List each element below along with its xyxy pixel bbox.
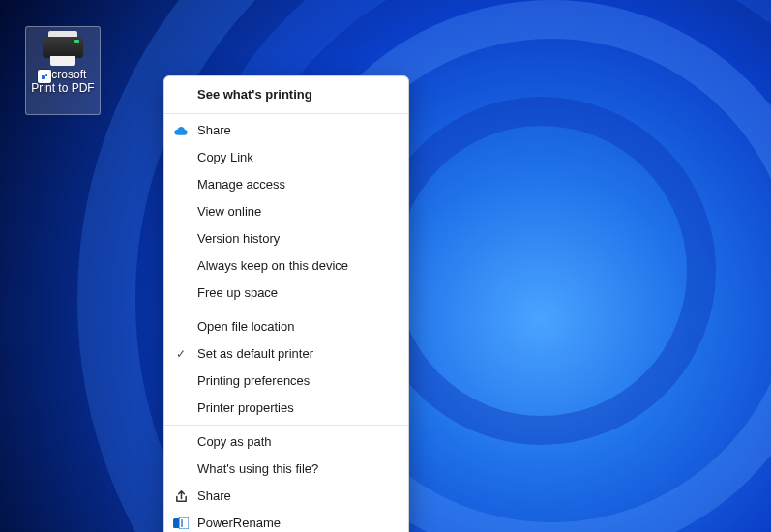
menu-item-set-as-default-printer[interactable]: ✓ Set as default printer [164, 340, 408, 368]
desktop-wallpaper[interactable]: Microsoft Print to PDF See what's printi… [0, 0, 771, 532]
menu-item-label: Set as default printer [197, 346, 313, 362]
menu-item-copy-as-path[interactable]: Copy as path [164, 429, 408, 456]
menu-item-manage-access[interactable]: Manage access [164, 171, 408, 198]
menu-item-version-history[interactable]: Version history [164, 225, 408, 252]
menu-item-label: Share [197, 488, 231, 504]
menu-item-label: Printing preferences [197, 373, 310, 389]
context-menu-title[interactable]: See what's printing [164, 80, 408, 110]
menu-item-label: Open file location [197, 319, 294, 335]
menu-separator [164, 425, 408, 426]
menu-item-share-onedrive[interactable]: Share [164, 117, 408, 144]
printer-icon [43, 31, 83, 66]
menu-item-label: What's using this file? [197, 461, 318, 477]
menu-separator [164, 310, 408, 310]
menu-item-open-file-location[interactable]: Open file location [164, 313, 408, 340]
menu-item-always-keep-on-device[interactable]: Always keep on this device [164, 252, 408, 280]
menu-item-label: Printer properties [197, 400, 294, 416]
share-icon [172, 488, 190, 505]
menu-item-printer-properties[interactable]: Printer properties [164, 395, 408, 422]
menu-item-free-up-space[interactable]: Free up space [164, 280, 408, 307]
powerrename-icon [172, 515, 190, 532]
desktop-shortcut-microsoft-print-to-pdf[interactable]: Microsoft Print to PDF [25, 26, 101, 115]
menu-item-label: Always keep on this device [197, 258, 348, 274]
desktop-icon-label-line2: Print to PDF [26, 81, 100, 95]
shortcut-arrow-icon [38, 70, 51, 83]
menu-item-label: Share [197, 123, 231, 138]
menu-item-label: Copy as path [197, 434, 272, 450]
menu-item-share[interactable]: Share [164, 483, 408, 510]
context-menu: See what's printing Share Copy Link Mana… [163, 75, 409, 532]
menu-separator [164, 113, 408, 114]
menu-item-label: View online [197, 204, 261, 220]
menu-item-copy-link[interactable]: Copy Link [164, 144, 408, 171]
menu-item-label: Copy Link [197, 150, 253, 165]
menu-item-label: PowerRename [197, 516, 281, 531]
checkmark-icon: ✓ [172, 345, 190, 363]
svg-rect-1 [179, 517, 189, 529]
menu-item-view-online[interactable]: View online [164, 198, 408, 225]
menu-item-label: Manage access [197, 177, 285, 192]
onedrive-cloud-icon [172, 122, 190, 139]
menu-item-printing-preferences[interactable]: Printing preferences [164, 368, 408, 395]
menu-item-label: Free up space [197, 285, 278, 301]
menu-item-label: Version history [197, 231, 280, 247]
menu-item-whats-using-this-file[interactable]: What's using this file? [164, 456, 408, 483]
menu-item-powerrename[interactable]: PowerRename [164, 510, 408, 532]
